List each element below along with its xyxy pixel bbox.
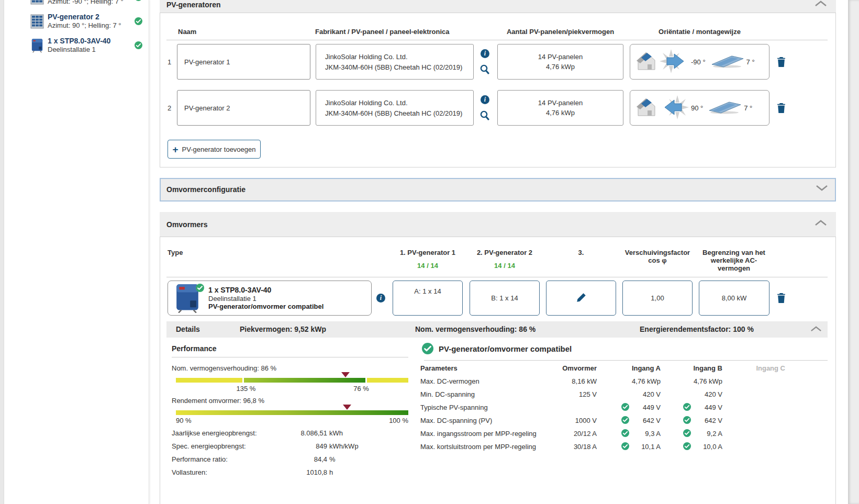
stat-value: 1010,8 (241, 468, 327, 476)
param-label: Min. DC-spanning (420, 390, 475, 398)
check-icon (621, 416, 629, 424)
bar2-marker (343, 405, 351, 410)
pencil-icon (576, 293, 586, 304)
cos-phi-box[interactable]: 1,00 (622, 281, 693, 316)
param-label: Max. ingangsstroom per MPP-regeling (420, 430, 537, 438)
check-icon (683, 403, 691, 411)
azimuth-compass-icon (660, 95, 689, 121)
check-icon (621, 429, 629, 437)
add-generator-button[interactable]: + PV-generator toevoegen (168, 140, 261, 159)
header-divider (166, 277, 828, 277)
generator-name-input-wrap (177, 90, 310, 126)
sidebar-item-pv-generator-2[interactable]: PV-generator 2 Azimut: 90 °; Helling: 7 … (4, 14, 149, 32)
details-chevron-up-icon[interactable] (810, 326, 822, 334)
inverters-title: Omvormers (166, 220, 208, 229)
tilt-value: 7 ° (746, 58, 755, 66)
expand-chevron-down-icon[interactable] (816, 184, 828, 193)
inverter-compat-status: PV-generator/omvormer compatibel (208, 303, 323, 310)
ac-limit-box[interactable]: 8,00 kW (699, 281, 769, 316)
bar2-left-tick: 90 % (176, 417, 192, 424)
sidebar-item-pv-generator-1[interactable]: Azimut: -90 °; Helling: 7 ° (4, 0, 149, 8)
bar1-gauge (176, 378, 408, 383)
stat-value: 849 (241, 442, 327, 450)
performance-title: Performance (172, 344, 217, 353)
params-header-input-b: Ingang B (664, 364, 722, 372)
compat-status-text: PV-generator/omvormer compatibel (439, 344, 572, 353)
pv-panel-icon (30, 0, 44, 5)
input-a-value: A: 1 x 14 (414, 287, 441, 295)
column-header-ac-limit: Begrenzing van het werkelijke AC-vermoge… (695, 249, 773, 272)
inverter-icon (30, 38, 44, 53)
details-peak-power: Piekvermogen: 9,52 kWp (240, 325, 326, 333)
window-right-strip (848, 0, 859, 504)
stat-label: Performance ratio: (172, 455, 228, 463)
tilt-value: 7 ° (744, 104, 752, 112)
panel-selector[interactable]: JinkoSolar Holding Co. Ltd. JKM-340M-60H… (316, 90, 474, 126)
param-input-b-value: 642 V (664, 417, 722, 424)
param-input-b-value: 420 V (664, 390, 722, 398)
param-label: Max. kortsluitstroom per MPP-regeling (420, 443, 536, 451)
manufacturer-text: JinkoSolar Holding Co. Ltd. (325, 52, 473, 62)
param-inverter-value: 20/12 A (529, 430, 597, 438)
info-icon[interactable]: i (481, 95, 489, 104)
check-icon (621, 442, 629, 450)
inverter-config-panel[interactable] (160, 178, 836, 201)
orientation-box[interactable]: 90 ° 7 ° (630, 90, 769, 126)
panel-selector[interactable]: JinkoSolar Holding Co. Ltd. JKM-340M-60H… (316, 44, 474, 80)
azimuth-compass-icon (660, 49, 689, 75)
info-icon[interactable]: i (481, 49, 489, 58)
info-icon[interactable]: i (376, 294, 385, 303)
magnifier-icon[interactable] (480, 64, 490, 76)
param-input-a-value: 9,3 A (600, 430, 661, 438)
param-input-b-value: 449 V (664, 404, 722, 411)
param-input-a-value: 449 V (600, 404, 661, 411)
azimuth-value: 90 ° (691, 104, 703, 112)
stat-value-row: 8.086,51kWh (241, 429, 343, 437)
sidebar-item-inverter[interactable]: 1 x STP8.0-3AV-40 Deelinstallatie 1 (4, 38, 149, 56)
panel-count-box[interactable]: 14 PV-panelen 4,76 kWp (497, 44, 623, 80)
input-b-value: B: 1 x 14 (491, 294, 518, 302)
add-generator-label: PV-generator toevoegen (182, 145, 256, 153)
delete-generator-icon[interactable] (777, 103, 786, 115)
pv-generators-title: PV-generatoren (166, 1, 220, 9)
magnifier-icon[interactable] (480, 110, 490, 122)
input-c-edit-box[interactable] (546, 281, 616, 316)
stat-value: 84,4 (241, 455, 327, 463)
window-left-strip (0, 0, 4, 504)
input-a-box[interactable]: A: 1 x 14 (393, 281, 463, 316)
details-nom-ratio: Nom. vermogensverhouding: 86 % (415, 325, 536, 333)
column-header-aantal: Aantal PV-panelen/piekvermogen (497, 28, 623, 36)
orientation-box[interactable]: -90 ° 7 ° (630, 44, 769, 80)
ok-check-icon (196, 284, 204, 294)
performance-divider (172, 357, 408, 357)
collapse-chevron-up-icon[interactable] (815, 219, 827, 228)
param-input-a-value: 420 V (600, 390, 661, 398)
params-header-inverter: Omvormer (529, 364, 597, 372)
column-header-orientatie: Oriëntatie / montagewijze (630, 28, 769, 36)
pv-generators-panel (160, 0, 836, 167)
generator-name-input[interactable] (177, 44, 310, 79)
manufacturer-text: JinkoSolar Holding Co. Ltd. (325, 98, 473, 108)
tilt-panel-icon (711, 54, 744, 70)
stat-unit: % (329, 455, 336, 463)
param-inverter-value: 8,16 kW (529, 377, 597, 385)
cos-phi-value: 1,00 (651, 294, 664, 302)
sidebar-item-subtitle: Azimut: 90 °; Helling: 7 ° (48, 21, 121, 29)
param-input-a-value: 4,76 kWp (600, 377, 661, 385)
bar1-label: Nom. vermogensverhouding: 86 % (172, 364, 276, 372)
column-header-gen3: 3. (546, 249, 616, 256)
delete-inverter-icon[interactable] (777, 293, 786, 305)
input-b-box[interactable]: B: 1 x 14 (470, 281, 540, 316)
sidebar-item-title: 1 x STP8.0-3AV-40 (48, 37, 110, 45)
inverters-header (160, 212, 836, 237)
param-input-b-value: 4,76 kWp (664, 377, 722, 385)
generator-name-input[interactable] (177, 91, 310, 125)
panel-count-box[interactable]: 14 PV-panelen 4,76 kWp (497, 90, 623, 126)
stat-unit: kWh/kWp (329, 442, 359, 450)
sidebar-item-subtitle: Deelinstallatie 1 (48, 46, 96, 53)
stat-unit: h (329, 468, 333, 476)
delete-generator-icon[interactable] (777, 57, 786, 69)
panel-count-line1: 14 PV-panelen (538, 52, 583, 62)
collapse-chevron-up-icon[interactable] (815, 0, 827, 9)
details-label: Details (176, 325, 200, 333)
